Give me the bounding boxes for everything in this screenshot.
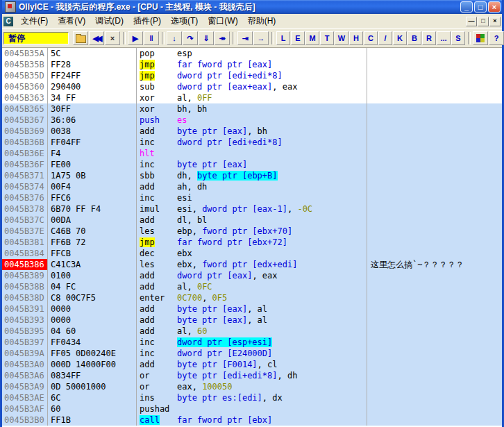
disasm-row[interactable]: 0045B3A60834FForbyte ptr [edi+edi*8], dh xyxy=(2,370,502,381)
mnemonic-field: add xyxy=(140,281,177,292)
mnemonic: push xyxy=(140,115,160,125)
animate-into-button[interactable]: ⇓ xyxy=(199,31,214,45)
disasm-row[interactable]: 0045B386C41C3Alesebx, fword ptr [edx+edi… xyxy=(2,259,502,270)
call-stack-window-button[interactable]: K xyxy=(393,31,407,45)
menu-debug[interactable]: 调试(D) xyxy=(90,14,128,28)
operand-segment: ebx xyxy=(177,249,192,258)
comment-cell xyxy=(367,181,502,192)
close-program-button[interactable]: × xyxy=(105,31,120,45)
mdi-minimize-button[interactable]: ― xyxy=(466,17,477,26)
disasm-row[interactable]: 0045B36EF4hlt xyxy=(2,148,502,159)
instruction-cell: addbyte ptr [eax], bh xyxy=(137,126,367,137)
executables-window-button[interactable]: E xyxy=(291,31,305,45)
pause-button[interactable]: ‖ xyxy=(144,31,159,45)
comment-cell xyxy=(367,237,502,248)
log-window-button[interactable]: L xyxy=(276,31,290,45)
disasm-row[interactable]: 0045B3910000addbyte ptr [eax], al xyxy=(2,303,502,315)
instruction-cell: jmpdword ptr [edi+edi*8] xyxy=(137,70,367,81)
disasm-row[interactable]: 0045B35BFF28jmpfar fword ptr [eax] xyxy=(2,59,502,70)
disasm-row[interactable]: 0045B36BFF04FFincdword ptr [edi+edi*8] xyxy=(2,137,502,148)
disasm-row[interactable]: 0045B360290400subdword ptr [eax+eax], ea… xyxy=(2,81,502,92)
open-file-button[interactable] xyxy=(73,31,88,45)
disasm-row[interactable]: 0045B384FFCBdecebx xyxy=(2,248,502,259)
patches-window-button[interactable]: / xyxy=(378,31,392,45)
disasm-row[interactable]: 0045B376FFC6incesi xyxy=(2,192,502,203)
step-into-button-glyph: ↓ xyxy=(172,34,176,42)
mnemonic: les xyxy=(140,260,155,269)
disasm-row[interactable]: 0045B36334 FFxoral, 0FF xyxy=(2,92,502,103)
menu-help[interactable]: 帮助(H) xyxy=(243,14,281,28)
disasm-row[interactable]: 0045B3930000addbyte ptr [eax], al xyxy=(2,315,502,326)
disasm-row[interactable]: 0045B3711A75 0Bsbbdh, byte ptr [ebp+B] xyxy=(2,170,502,181)
operand-segment: dh xyxy=(287,371,297,380)
step-over-button[interactable]: ↷ xyxy=(183,31,198,45)
handles-window-button[interactable]: H xyxy=(349,31,363,45)
bytes-cell: C46B 70 xyxy=(48,226,137,237)
disasm-row[interactable]: 0045B36736:06pushes xyxy=(2,115,502,126)
help-button[interactable]: ? xyxy=(489,31,504,45)
source-window-button[interactable]: S xyxy=(451,31,465,45)
mnemonic-field: add xyxy=(140,181,177,192)
mdi-restore-button[interactable]: □ xyxy=(478,17,489,26)
maximize-button[interactable]: □ xyxy=(474,1,487,12)
app-icon[interactable] xyxy=(5,1,16,12)
memory-window-button[interactable]: M xyxy=(305,31,319,45)
disasm-row[interactable]: 0045B3A0000D 14000F00addbyte ptr [F0014]… xyxy=(2,359,502,370)
mnemonic-field: ins xyxy=(140,392,177,403)
disasm-row[interactable]: 0045B38B04 FCaddal, 0FC xyxy=(2,281,502,292)
disasm-row[interactable]: 0045B37EC46B 70lesebp, fword ptr [ebx+70… xyxy=(2,226,502,237)
disasm-row[interactable]: 0045B381FF6B 72jmpfar fword ptr [ebx+72] xyxy=(2,237,502,248)
bytes-cell: 0100 xyxy=(48,270,137,281)
disasm-row[interactable]: 0045B397FF0434incdword ptr [esp+esi] xyxy=(2,337,502,348)
menu-options[interactable]: 选项(T) xyxy=(166,14,203,28)
disasm-row[interactable]: 0045B3B0FF1Bcallfar fword ptr [ebx] xyxy=(2,415,502,426)
execute-till-return-button[interactable]: ⇥ xyxy=(237,31,253,45)
comment-cell xyxy=(367,148,502,159)
mnemonic-field: add xyxy=(140,359,177,370)
disasm-row[interactable]: 0045B3786B70 FF F4imulesi, dword ptr [ea… xyxy=(2,203,502,215)
disasm-row[interactable]: 0045B38DC8 00C7F5enter0C700, 0F5 xyxy=(2,292,502,303)
disasm-row[interactable]: 0045B3690038addbyte ptr [eax], bh xyxy=(2,126,502,137)
cpu-window-icon[interactable]: C xyxy=(3,17,13,26)
appearance-button[interactable] xyxy=(473,31,488,45)
disasm-row[interactable]: 0045B37400F4addah, dh xyxy=(2,181,502,192)
menu-plugins[interactable]: 插件(P) xyxy=(128,14,166,28)
address-cell: 0045B365 xyxy=(2,103,48,115)
disasm-row[interactable]: 0045B35DFF24FFjmpdword ptr [edi+edi*8] xyxy=(2,70,502,81)
operand-segment: , xyxy=(287,204,297,214)
menu-view[interactable]: 查看(V) xyxy=(53,14,90,28)
instruction-cell: decebx xyxy=(137,248,367,259)
go-to-address-button[interactable]: → xyxy=(253,31,269,45)
disasm-row[interactable]: 0045B37C00DAadddl, bl xyxy=(2,215,502,226)
menu-window[interactable]: 窗口(W) xyxy=(203,14,242,28)
step-into-button[interactable]: ↓ xyxy=(167,31,182,45)
run-button[interactable]: ▶ xyxy=(128,31,143,45)
disasm-row[interactable]: 0045B36FFE00incbyte ptr [eax] xyxy=(2,159,502,170)
minimize-button[interactable]: _ xyxy=(460,1,473,12)
disasm-row[interactable]: 0045B3AE6Cinsbyte ptr es:[edi], dx xyxy=(2,392,502,403)
operand-segment: dx xyxy=(272,393,282,403)
windows-window-button[interactable]: W xyxy=(335,31,348,45)
menu-file[interactable]: 文件(F) xyxy=(16,14,53,28)
disasm-row[interactable]: 0045B36530FFxorbh, bh xyxy=(2,103,502,115)
disasm-row[interactable]: 0045B39504 60addal, 60 xyxy=(2,326,502,337)
operand-segment: eax xyxy=(262,271,278,281)
breakpoints-window-button[interactable]: B xyxy=(408,31,421,45)
operand-segment: al, xyxy=(177,326,197,336)
mnemonic-field: or xyxy=(140,370,177,381)
disasm-row[interactable]: 0045B39AFF05 0D00240Eincdword ptr [E2400… xyxy=(2,348,502,359)
restart-button[interactable]: ◀◀ xyxy=(89,31,104,45)
operand-segment: fword ptr [edx+edi] xyxy=(202,260,297,269)
animate-over-button[interactable]: ↠ xyxy=(215,31,230,45)
mdi-close-button[interactable]: × xyxy=(489,17,501,26)
comment-cell xyxy=(367,48,502,59)
disasm-row[interactable]: 0045B3A90D 50001000oreax, 100050 xyxy=(2,381,502,392)
disasm-row[interactable]: 0045B3890100adddword ptr [eax], eax xyxy=(2,270,502,281)
disasm-row[interactable]: 0045B3AF60pushad xyxy=(2,403,502,415)
references-window-button[interactable]: R xyxy=(422,31,436,45)
threads-window-button[interactable]: T xyxy=(320,31,334,45)
disasm-row[interactable]: 0045B35A5Cpopesp xyxy=(2,48,502,59)
close-button[interactable]: × xyxy=(488,1,501,12)
cpu-window-button[interactable]: C xyxy=(364,31,378,45)
run-trace-window-button[interactable]: ... xyxy=(437,31,451,45)
